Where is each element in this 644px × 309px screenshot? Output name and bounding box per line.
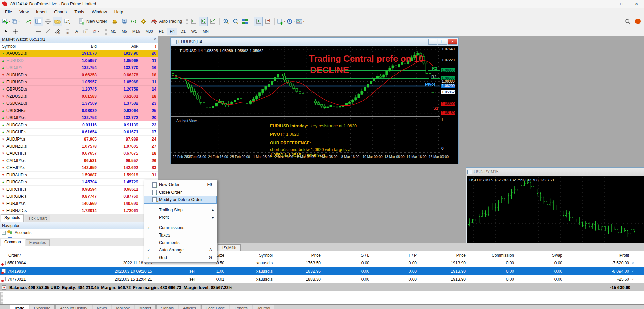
equidistant-channel-icon[interactable]: E [53,27,62,36]
order-row[interactable]: 70770021 2023.03.15 12:04:21 sell 0.01 x… [0,275,644,283]
zoom-out-icon[interactable] [231,17,240,26]
market-watch-row[interactable]: ▲AUDCHF.s 0.61654 0.61671 17 [0,129,158,136]
menu-item[interactable]: Window [88,9,110,15]
candlestick-mode-icon[interactable] [199,17,208,26]
market-watch-row[interactable]: ▼AUDJPY.s 87.965 87.989 24 [0,136,158,143]
menu-item[interactable]: Help [111,9,127,15]
market-watch-row[interactable]: ▲USDJPY 132.754 132.770 16 [0,64,158,71]
navigator-accounts-item[interactable]: − Accounts [0,229,158,235]
data-window-icon[interactable] [44,17,52,26]
orders-column-header[interactable]: T / P [372,253,419,258]
orders-column-header[interactable]: Swap [517,253,565,258]
market-watch-row[interactable]: ▼NZDUSD.s 0.61583 0.61601 18 [0,93,158,100]
context-menu-item[interactable]: New Order F9 [144,181,217,189]
market-watch-row[interactable]: ▼CADCHF.s 0.67657 0.67675 18 [0,150,158,157]
terminal-tab[interactable]: Signals [156,305,178,309]
title-bar[interactable]: 8812414: DooPrime-Live - Doo Prime Limit… [0,0,644,8]
menu-item[interactable]: Tools [70,9,88,15]
market-watch-row[interactable]: ▲EURCAD.s 1.45704 1.45729 [0,179,158,186]
orders-column-header[interactable]: S / L [323,253,372,258]
order-close-icon[interactable]: × [632,269,644,273]
market-watch-row[interactable]: ▲EURUSD.s 1.05957 1.05968 11 [0,79,158,86]
market-watch-tab[interactable]: Tick Chart [25,215,50,222]
order-row[interactable]: 65019804 2022.11.18 10:3 0.50 xauusd.s 1… [0,259,644,267]
timeframe-button[interactable]: M15 [130,28,142,35]
window-close-button[interactable]: × [629,0,644,8]
tile-windows-icon[interactable] [241,17,249,26]
vertical-line-icon[interactable] [25,27,33,36]
new-chart-icon[interactable]: ▾ [2,17,11,26]
orders-column-header[interactable]: Commission [468,253,517,258]
tick-chart-icon[interactable] [25,17,33,26]
market-watch-row[interactable]: ▲GBPUSD.s 1.20745 1.20759 14 [0,86,158,93]
text-tool-icon[interactable]: A [72,27,81,36]
market-watch-row[interactable]: ▲USDJPY.s 132.752 132.772 20 [0,114,158,121]
text-label-icon[interactable]: T [82,27,91,36]
context-menu-item[interactable] [144,204,217,206]
orders-column-header[interactable]: Price [275,253,323,258]
menu-item[interactable]: Charts [50,9,70,15]
orders-column-header[interactable]: Order / [0,253,65,258]
usdjpy-window-tab[interactable]: PY,M15 [218,244,241,251]
market-watch-row[interactable]: ▼AUDUSD.s 0.66258 0.66276 18 [0,71,158,79]
column-bid[interactable]: Bid [60,44,99,49]
signal-icon[interactable] [129,17,138,26]
menu-item[interactable]: File [1,9,16,15]
auto-scroll-icon[interactable] [254,17,263,26]
market-watch-row[interactable]: ▼EURGBP.s 0.87747 0.87760 [0,193,158,200]
expert-settings-icon[interactable] [139,17,148,26]
gold-symbols-icon[interactable] [110,17,119,26]
context-menu-item[interactable]: Comments [144,239,217,246]
timeframe-button[interactable]: M1 [108,28,118,35]
terminal-tab[interactable]: Exposure [30,305,55,309]
order-close-icon[interactable]: × [632,277,644,281]
market-watch-tab[interactable]: Symbols [1,214,24,222]
terminal-tab[interactable]: Articles [179,305,200,309]
line-chart-mode-icon[interactable] [208,17,217,26]
market-watch-row[interactable]: ▼CHFJPY.s 142.659 142.692 33 [0,164,158,172]
terminal-tab[interactable]: Trade [10,305,29,309]
timeframe-button[interactable]: W1 [189,28,199,35]
profiles-icon[interactable]: ▾ [11,17,20,26]
context-menu-item[interactable]: Trailing Stop ▶ [144,206,217,214]
menu-item[interactable]: Insert [32,9,50,15]
market-watch-row[interactable]: ▼EURNZD.s 1.72014 1.72061 [0,207,158,214]
context-menu-item[interactable]: ✓ Auto Arrange A [144,246,217,254]
window-maximize-button[interactable]: □ [614,0,629,8]
timeframe-button[interactable]: H4 [167,28,177,35]
market-watch-row[interactable]: ▼EURCHF.s 0.98594 0.98611 [0,186,158,193]
market-watch-row[interactable]: ▼EURJPY.s 140.669 140.690 [0,200,158,207]
market-watch-row[interactable]: ▲XAUUSD.s 1913.70 1913.90 20 [0,50,158,57]
context-menu-item[interactable]: ✓ Grid G [144,254,217,261]
market-watch-row[interactable]: ▲USDCHF.s 0.93039 0.93064 25 [0,107,158,114]
terminal-tab[interactable]: Code Base [201,305,229,309]
timeframe-button[interactable]: M30 [143,28,155,35]
cursor-icon[interactable] [2,27,11,36]
search-icon[interactable] [623,17,632,26]
usdjpy-chart-canvas[interactable]: USDJPY,M15 132.783 132.799 132.708 132.7… [467,176,644,243]
navigator-tab[interactable]: Favorites [26,239,50,246]
periods-dropdown-icon[interactable]: ▾ [286,17,295,26]
column-symbol[interactable]: Symbol [0,44,60,49]
timeframe-button[interactable]: D1 [178,28,188,35]
orders-column-header[interactable]: Price [419,253,468,258]
context-menu-item[interactable]: Modify or Delete Order [144,196,217,204]
new-chart-dropdown-icon[interactable]: ▾ [277,17,286,26]
market-watch-row[interactable]: ▲AUDCAD.s 0.91116 0.91139 23 [0,121,158,129]
crosshair-icon[interactable] [11,27,20,36]
tree-expander-icon[interactable]: − [2,231,6,235]
chart-restore-button[interactable]: ❐ [438,39,447,45]
new-order-button[interactable]: New Order [76,17,110,26]
orders-column-header[interactable]: Symbol [227,253,275,258]
menu-item[interactable]: View [16,9,32,15]
timeframe-button[interactable]: M5 [119,28,129,35]
order-close-icon[interactable]: × [632,261,644,265]
context-menu-item[interactable]: ✓ Commissions [144,224,217,231]
eurusd-window-title-bar[interactable]: EURUSD,H4 – ❐ × [171,38,458,46]
terminal-tab[interactable]: News [93,305,111,309]
terminal-tab[interactable]: Market [135,305,156,309]
column-ask[interactable]: Ask [99,44,140,49]
market-watch-row[interactable]: ▼EURAUD.s 1.59887 1.59918 31 [0,172,158,179]
terminal-tab[interactable]: Experts [230,305,252,309]
orders-column-header[interactable]: Time [65,253,155,258]
